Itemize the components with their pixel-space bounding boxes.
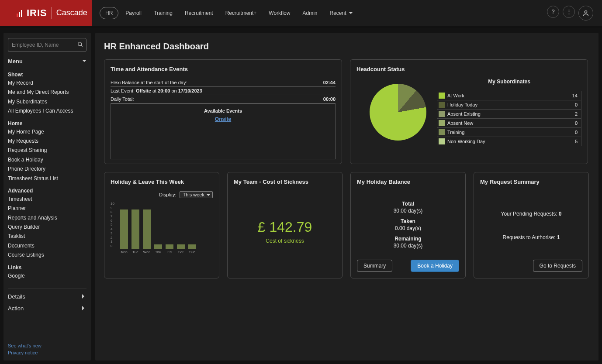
- bar-label: Sun: [189, 250, 195, 254]
- card-cost-sickness: My Team - Cost of Sickness £ 142.79 Cost…: [227, 172, 343, 278]
- legend-row[interactable]: Holiday Today0: [437, 100, 581, 110]
- main: HR Enhanced Dashboard Time and Attendanc…: [95, 33, 599, 361]
- sick-sub: Cost of sickness: [266, 238, 304, 244]
- req-body: Your Pending Requests: 0 Requests to Aut…: [480, 191, 582, 260]
- sidebar-item-homepage[interactable]: My Home Page: [8, 127, 86, 137]
- card-holiday-balance: My Holiday Balance Total 30.00 day(s) Ta…: [350, 172, 466, 278]
- bar: [120, 209, 128, 249]
- legend-row[interactable]: At Work14: [437, 91, 581, 100]
- sidebar-item-my-record[interactable]: My Record: [8, 79, 86, 88]
- action-label: Action: [8, 305, 24, 312]
- legend-label: Training: [447, 130, 464, 135]
- sidebar-item-course-listings[interactable]: Course Listings: [8, 251, 86, 260]
- iris-logo-bars-icon: [17, 9, 22, 17]
- body: Menu Show: My Record Me and My Direct Re…: [0, 28, 602, 364]
- sidebar-action[interactable]: Action: [8, 302, 86, 312]
- search-icon: [77, 41, 83, 49]
- legend-value: 14: [572, 93, 581, 98]
- nav-recruitment[interactable]: Recruitment: [180, 7, 218, 19]
- sidebar-home-group: Home My Home Page My Requests Request Sh…: [8, 120, 86, 183]
- main-nav: HR Payroll Training Recruitment Recruitm…: [92, 7, 547, 19]
- sidebar-item-direct-reports[interactable]: Me and My Direct Reports: [8, 88, 86, 97]
- nav-payroll[interactable]: Payroll: [120, 7, 147, 19]
- bar: [131, 209, 139, 249]
- advanced-header: Advanced: [8, 188, 86, 194]
- whats-new-link[interactable]: See what's new: [8, 343, 86, 348]
- chevron-right-icon: [82, 293, 86, 300]
- bar-col: Fri: [165, 244, 174, 254]
- sidebar-links-group: Links Google: [8, 264, 86, 281]
- nav-hr[interactable]: HR: [100, 7, 118, 19]
- menu-toggle[interactable]: Menu: [8, 58, 86, 65]
- sidebar-item-query-builder[interactable]: Query Builder: [8, 223, 86, 232]
- hc-legend: My Subordinates At Work14Holiday Today0A…: [437, 79, 581, 146]
- bar-label: Thu: [155, 250, 161, 254]
- sidebar-item-all-employees[interactable]: All Employees I Can Access: [8, 106, 86, 116]
- holiday-bar-chart: 109876543210 MonTueWedThuFriSatSun: [111, 202, 213, 254]
- more-button[interactable]: ⋮: [563, 6, 575, 18]
- show-header: Show:: [8, 72, 86, 78]
- nav-workflow[interactable]: Workflow: [263, 7, 295, 19]
- nav-recruitment-plus[interactable]: Recruitment+: [220, 7, 262, 19]
- sidebar-item-subordinates[interactable]: My Subordinates: [8, 97, 86, 106]
- hc-title: Headcount Status: [356, 66, 581, 72]
- bar: [166, 244, 173, 249]
- available-events-head: Available Events: [111, 108, 335, 113]
- bar-label: Wed: [143, 250, 150, 254]
- bal-taken-label: Taken: [357, 218, 459, 224]
- bar-col: Thu: [153, 244, 163, 254]
- summary-button[interactable]: Summary: [357, 260, 392, 272]
- legend-row[interactable]: Non-Working Day5: [437, 137, 581, 146]
- sidebar-item-google[interactable]: Google: [8, 271, 86, 281]
- legend-value: 0: [575, 120, 581, 126]
- sick-amount: £ 142.79: [258, 219, 312, 235]
- nav-training[interactable]: Training: [149, 7, 178, 19]
- profile-button[interactable]: [578, 6, 593, 21]
- legend-label: Non-Working Day: [447, 139, 485, 144]
- help-button[interactable]: ?: [547, 6, 559, 18]
- hol-display-select[interactable]: This week: [180, 191, 213, 198]
- headcount-pie-chart: [370, 84, 426, 141]
- sidebar-item-requests[interactable]: My Requests: [8, 137, 86, 146]
- go-to-requests-button[interactable]: Go to Requests: [533, 260, 582, 272]
- book-holiday-button[interactable]: Book a Holiday: [411, 260, 459, 272]
- sidebar-item-documents[interactable]: Documents: [8, 241, 86, 251]
- sidebar-item-timesheet-status[interactable]: Timesheet Status List: [8, 174, 86, 183]
- nav-recent[interactable]: Recent: [324, 7, 357, 19]
- sidebar-item-timesheet[interactable]: Timesheet: [8, 195, 86, 204]
- sidebar-item-reports[interactable]: Reports and Analysis: [8, 213, 86, 223]
- ta-flexi-label: Flexi Balance at the start of the day:: [111, 80, 187, 85]
- sidebar-details[interactable]: Details: [8, 288, 86, 300]
- bar-col: Wed: [142, 209, 152, 254]
- bar-col: Sun: [187, 244, 197, 254]
- ta-daily-label: Daily Total:: [111, 96, 134, 102]
- search-input[interactable]: [12, 42, 77, 48]
- legend-label: Absent Existing: [447, 111, 481, 117]
- bar-label: Sat: [178, 250, 183, 254]
- logo-iris: IRIS: [27, 7, 47, 19]
- sidebar-item-request-sharing[interactable]: Request Sharing: [8, 146, 86, 155]
- legend-row[interactable]: Absent Existing2: [437, 110, 581, 119]
- chevron-down-icon: [82, 58, 86, 65]
- sidebar-item-phone-dir[interactable]: Phone Directory: [8, 165, 86, 174]
- bal-rem-label: Remaining: [357, 236, 459, 242]
- legend-value: 5: [575, 139, 581, 144]
- privacy-link[interactable]: Privacy notice: [8, 350, 86, 355]
- sidebar-item-planner[interactable]: Planner: [8, 204, 86, 213]
- bal-taken-val: 0.00 day(s): [357, 225, 459, 231]
- legend-value: 0: [575, 130, 581, 135]
- legend-row[interactable]: Absent New0: [437, 119, 581, 128]
- ta-flexi-row: Flexi Balance at the start of the day: 0…: [111, 79, 336, 87]
- sidebar-item-tasklist[interactable]: Tasklist: [8, 232, 86, 241]
- ta-last-event-row: Last Event: Offsite at 20:00 on 17/10/20…: [111, 87, 336, 95]
- legend-row[interactable]: Training0: [437, 128, 581, 137]
- nav-admin[interactable]: Admin: [297, 7, 322, 19]
- sidebar: Menu Show: My Record Me and My Direct Re…: [3, 33, 91, 361]
- sidebar-item-book-holiday[interactable]: Book a Holiday: [8, 155, 86, 165]
- bal-body: Total 30.00 day(s) Taken 0.00 day(s) Rem…: [357, 191, 459, 260]
- onsite-link[interactable]: Onsite: [215, 116, 231, 122]
- legend-value: 0: [575, 102, 581, 107]
- bal-title: My Holiday Balance: [357, 179, 459, 185]
- sidebar-footer: See what's new Privacy notice: [8, 341, 86, 355]
- search-box[interactable]: [8, 38, 86, 52]
